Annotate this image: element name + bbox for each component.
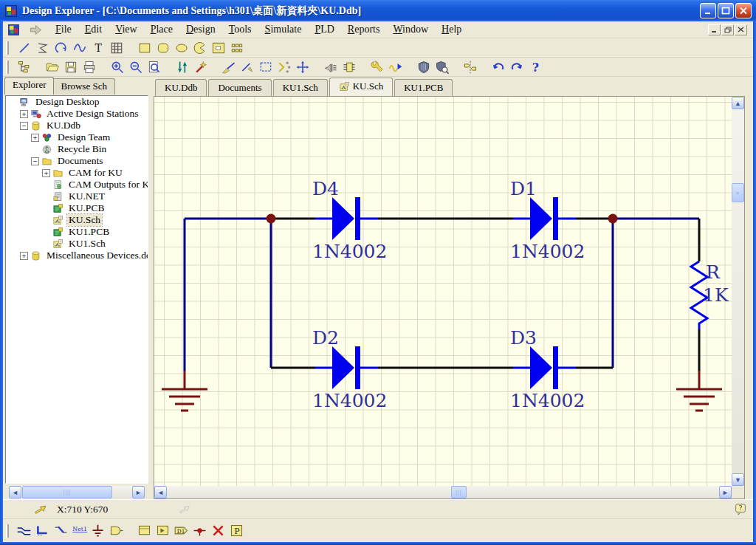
menu-edit[interactable]: Edit [78, 22, 109, 37]
maximize-button[interactable] [718, 3, 734, 18]
mdi-close-button[interactable] [735, 24, 747, 35]
text-tool-button[interactable]: T [89, 39, 107, 57]
scroll-left-button[interactable]: ◄ [9, 486, 21, 498]
line-draw-button[interactable] [238, 58, 256, 76]
zoom-document-button[interactable] [145, 58, 163, 76]
close-button[interactable] [735, 3, 752, 18]
net-label-button[interactable]: Net1 [70, 522, 89, 540]
scroll-down-button[interactable]: ▼ [732, 473, 744, 486]
toolbar-grip[interactable] [6, 61, 9, 74]
tree-item-miscellaneous-devices-ddb[interactable]: +Miscellaneous Devices.ddb [6, 250, 148, 261]
wand-button[interactable] [191, 58, 210, 76]
redo-button[interactable] [507, 58, 526, 76]
wire-brush-button[interactable] [219, 58, 238, 76]
tab-browse-sch[interactable]: Browse Sch [52, 78, 114, 95]
diode-D1[interactable]: D11N4002 [510, 178, 585, 262]
minimize-button[interactable] [700, 3, 716, 18]
help-button[interactable]: ? [526, 58, 544, 76]
ellipse-tool-button[interactable] [172, 39, 190, 57]
pie-tool-button[interactable] [190, 39, 209, 57]
tree-item-design-team[interactable]: +Design Team [6, 131, 148, 143]
sheet-grid-button[interactable] [107, 39, 126, 57]
expand-icon[interactable]: + [20, 110, 28, 118]
rounded-rectangle-tool-button[interactable] [154, 39, 172, 57]
selection-button[interactable] [256, 58, 275, 76]
menu-file[interactable]: File [49, 22, 78, 37]
toolbar-grip[interactable] [6, 41, 9, 55]
tree-item-design-desktop[interactable]: Design Desktop [6, 96, 148, 108]
menu-help[interactable]: Help [435, 22, 468, 37]
tree-item-cam-outputs-for-ku[interactable]: CAM Outputs for KU [6, 179, 148, 191]
diode-D4[interactable]: D41N4002 [312, 178, 387, 262]
sheet-symbol-button[interactable] [135, 522, 154, 540]
tree-item-ku-sch[interactable]: KU.Sch [6, 214, 148, 226]
scroll-left-button[interactable]: ◄ [154, 486, 167, 498]
simulate-wave-button[interactable] [386, 58, 405, 76]
menu-reports[interactable]: Reports [341, 22, 387, 37]
zoom-in-button[interactable] [108, 58, 126, 76]
line-tool-button[interactable] [15, 39, 33, 57]
collapse-icon[interactable]: − [20, 122, 28, 130]
ground-symbol[interactable] [162, 389, 207, 411]
doc-tab-ku1-sch[interactable]: KU1.Sch [273, 79, 328, 96]
digital-io-button[interactable] [461, 58, 479, 76]
wire-tool-button[interactable] [15, 522, 33, 540]
port-button[interactable]: D1 [172, 522, 190, 540]
part-button[interactable] [107, 522, 126, 540]
mdi-restore-button[interactable] [721, 24, 734, 35]
tree-item-ku-pcb[interactable]: KU.PCB [6, 202, 148, 214]
bus-tool-button[interactable] [33, 522, 52, 540]
paste-dots-button[interactable] [275, 58, 293, 76]
array-tool-button[interactable] [227, 39, 246, 57]
doc-tab-ku1-pcb[interactable]: KU1.PCB [394, 79, 453, 96]
arc-tool-button[interactable] [52, 39, 70, 57]
scroll-up-button[interactable]: ▲ [732, 97, 744, 109]
doc-tab-ku-sch[interactable]: KU.Sch [329, 78, 394, 97]
bus-entry-button[interactable] [52, 522, 70, 540]
ground-symbol[interactable] [676, 389, 722, 411]
scroll-right-button[interactable]: ► [719, 486, 732, 498]
netlist-button[interactable] [321, 58, 340, 76]
tree-item-recycle-bin[interactable]: Recycle Bin [6, 143, 148, 155]
scroll-thumb[interactable]: ≡ [732, 183, 744, 202]
polygon-tool-button[interactable] [33, 39, 52, 57]
save-button[interactable] [61, 58, 80, 76]
tab-explorer[interactable]: Explorer [4, 77, 54, 95]
diode-D3[interactable]: D31N4002 [510, 327, 585, 411]
graphic-tool-button[interactable] [209, 39, 227, 57]
mdi-minimize-button[interactable] [708, 24, 721, 35]
scroll-right-button[interactable]: ► [132, 486, 145, 498]
schematic-canvas[interactable]: D41N4002D11N4002D21N4002D31N4002R1K [154, 97, 732, 486]
wire-junction[interactable] [267, 214, 276, 224]
junction-button[interactable] [190, 522, 209, 540]
shield-magnifier-button[interactable] [433, 58, 451, 76]
open-button[interactable] [43, 58, 61, 76]
tree-item-ku1-sch[interactable]: KU1.Sch [6, 238, 148, 250]
bezier-tool-button[interactable] [70, 39, 89, 57]
probe-button[interactable]: P [227, 522, 246, 540]
zoom-out-button[interactable] [126, 58, 145, 76]
diode-D2[interactable]: D21N4002 [312, 327, 387, 411]
sheet-entry-button[interactable] [154, 522, 172, 540]
tree-item-documents[interactable]: −Documents [6, 155, 148, 167]
menu-simulate[interactable]: Simulate [258, 22, 309, 37]
wire-junction[interactable] [608, 214, 618, 224]
undo-button[interactable] [489, 58, 507, 76]
rectangle-tool-button[interactable] [135, 39, 154, 57]
menu-view[interactable]: View [109, 22, 144, 37]
expand-icon[interactable]: + [20, 252, 28, 260]
scroll-thumb[interactable]: |||| [22, 486, 112, 498]
doc-tab-ku-ddb[interactable]: KU.Ddb [155, 79, 207, 96]
parts-button[interactable] [340, 58, 358, 76]
print-button[interactable] [80, 58, 98, 76]
move-button[interactable] [293, 58, 312, 76]
tree-item-ku-net[interactable]: KU.NET [6, 191, 148, 202]
menu-place[interactable]: Place [144, 22, 179, 37]
wrench-button[interactable] [368, 58, 386, 76]
tree-item-ku1-pcb[interactable]: KU1.PCB [6, 226, 148, 238]
menu-tools[interactable]: Tools [222, 22, 258, 37]
no-erc-button[interactable] [209, 522, 227, 540]
tree-item-ku-ddb[interactable]: −KU.Ddb [6, 120, 148, 131]
scroll-thumb[interactable]: ||| [451, 486, 467, 498]
resistor-R[interactable]: R1K [691, 261, 729, 329]
